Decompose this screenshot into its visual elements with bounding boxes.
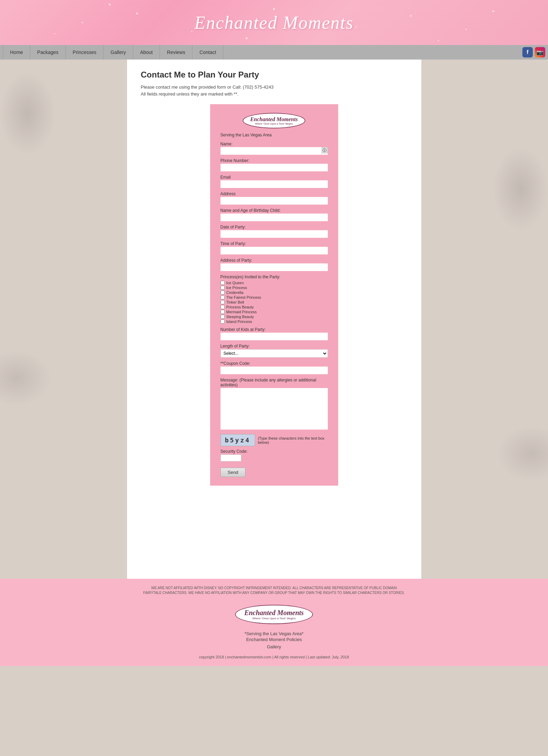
coupon-input[interactable] (221, 367, 328, 374)
length-field: Length of Party: Select...1 Hour1.5 Hour… (221, 344, 328, 358)
site-title: Enchanted Moments (194, 12, 353, 33)
nav-item-gallery[interactable]: Gallery (104, 45, 133, 60)
logo-main-text: Enchanted Moments (250, 116, 298, 122)
princess-label-cinderella: Cinderella (226, 290, 244, 295)
birthday-child-field: Name and Age of Birthday Child: (221, 208, 328, 221)
name-input[interactable] (221, 147, 328, 155)
princess-checkbox-mermaid-princess[interactable] (221, 310, 225, 314)
princess-checkbox-item-island-princess: Island Princess (221, 320, 328, 324)
date-input[interactable] (221, 230, 328, 238)
princess-label-sleeping-beauty: Sleeping Beauty (226, 315, 254, 319)
princess-label-mermaid-princess: Mermaid Princess (226, 310, 257, 314)
princess-checkbox-item-ice-princess: Ice Princess (221, 286, 328, 290)
princess-checkbox-item-fairest-princess: The Fairest Princess (221, 295, 328, 299)
intro-text: Please contact me using the provided for… (141, 84, 407, 97)
princess-label-island-princess: Island Princess (226, 320, 252, 324)
princess-label-fairest-princess: The Fairest Princess (226, 295, 261, 299)
page-title: Contact Me to Plan Your Party (141, 70, 407, 80)
intro-line2: All fields required unless they are mark… (141, 91, 239, 97)
nav-item-about[interactable]: About (133, 45, 160, 60)
phone-input[interactable] (221, 164, 328, 171)
coupon-field: **Coupon Code: (221, 361, 328, 374)
send-button[interactable]: Send (221, 468, 245, 477)
message-label: Message: (Please include any allergies o… (221, 378, 328, 387)
footer-serving: *Serving the Las Vegas Area* (3, 631, 545, 636)
party-address-input[interactable] (221, 263, 328, 271)
email-input[interactable] (221, 180, 328, 188)
serving-text: Serving the Las Vegas Area (221, 133, 328, 137)
content-area: Contact Me to Plan Your Party Please con… (127, 60, 421, 579)
name-field: Name: ⓘ (221, 142, 328, 155)
navigation: HomePackagesPrincessesGalleryAboutReview… (0, 45, 548, 60)
footer-logo: Enchanted Moments Where "Once Upon a Tim… (235, 605, 313, 624)
logo-sub-text: Where "Once Upon a Time" Begins (250, 123, 298, 125)
princess-label-ice-queen: Ice Queen (226, 281, 244, 285)
name-input-wrapper: ⓘ (221, 147, 328, 155)
facebook-icon[interactable]: f (522, 47, 533, 57)
email-label: Email (221, 175, 328, 180)
date-field: Date of Party: (221, 225, 328, 238)
phone-field: Phone Number: (221, 158, 328, 171)
princess-checkbox-sleeping-beauty[interactable] (221, 315, 225, 319)
footer-policies-link[interactable]: Enchanted Moment Policies (3, 636, 545, 644)
security-code-field: Security Code: (221, 449, 328, 461)
logo-oval: Enchanted Moments Where "Once Upon a Tim… (243, 113, 305, 128)
main-content: Contact Me to Plan Your Party Please con… (127, 60, 421, 579)
name-help-icon[interactable]: ⓘ (322, 147, 328, 153)
email-field: Email (221, 175, 328, 188)
footer-gallery-link[interactable]: Gallery (3, 644, 545, 651)
princess-checkbox-item-tinker-bell: Tinker Bell (221, 300, 328, 304)
princess-checkbox-item-mermaid-princess: Mermaid Princess (221, 310, 328, 314)
security-code-label: Security Code: (221, 449, 328, 454)
coupon-label: **Coupon Code: (221, 361, 328, 366)
princess-label-ice-princess: Ice Princess (226, 286, 247, 290)
time-input[interactable] (221, 247, 328, 254)
princess-checkbox-fairest-princess[interactable] (221, 295, 225, 299)
captcha-hint: (Type these characters into the text box… (258, 436, 328, 444)
princess-label-tinker-bell: Tinker Bell (226, 300, 244, 304)
captcha-image: b5yz4 (221, 434, 255, 446)
address-input[interactable] (221, 197, 328, 205)
princess-checkbox-ice-princess[interactable] (221, 286, 225, 290)
message-field: Message: (Please include any allergies o… (221, 378, 328, 431)
time-field: Time of Party: (221, 241, 328, 254)
footer-disclaimer: WE ARE NOT AFFILIATED WITH DISNEY. NO CO… (143, 586, 406, 595)
time-label: Time of Party: (221, 241, 328, 246)
length-select[interactable]: Select...1 Hour1.5 Hours2 Hours2.5 Hours… (221, 349, 328, 358)
birthday-child-input[interactable] (221, 214, 328, 221)
header-banner: Enchanted Moments (0, 0, 548, 45)
kids-count-label: Number of Kids at Party: (221, 327, 328, 332)
princess-checkbox-princess-beauty[interactable] (221, 305, 225, 309)
princess-checkbox-tinker-bell[interactable] (221, 300, 225, 304)
princess-checkbox-item-sleeping-beauty: Sleeping Beauty (221, 315, 328, 319)
length-label: Length of Party: (221, 344, 328, 349)
message-textarea[interactable] (221, 388, 328, 430)
nav-item-reviews[interactable]: Reviews (160, 45, 192, 60)
princess-group-label: Princess(es) Invited to the Party: (221, 274, 328, 279)
footer-copyright: copyright 2018 | enchantedmomentslv.com … (3, 655, 545, 659)
address-label: Address (221, 191, 328, 196)
kids-count-input[interactable] (221, 333, 328, 340)
security-code-input[interactable] (221, 454, 241, 461)
princess-checkbox-item-cinderella: Cinderella (221, 290, 328, 295)
nav-item-contact[interactable]: Contact (192, 45, 223, 60)
contact-form-container: Enchanted Moments Where "Once Upon a Tim… (210, 104, 338, 486)
princess-checkbox-ice-queen[interactable] (221, 281, 225, 285)
address-field: Address (221, 191, 328, 205)
party-address-label: Address of Party: (221, 258, 328, 263)
social-links: f 📷 (522, 47, 545, 57)
kids-count-field: Number of Kids at Party: (221, 327, 328, 340)
phone-label: Phone Number: (221, 158, 328, 163)
footer-links: *Serving the Las Vegas Area* Enchanted M… (3, 631, 545, 651)
princess-label-princess-beauty: Princess Beauty (226, 305, 254, 309)
nav-item-home[interactable]: Home (3, 45, 30, 60)
intro-line1: Please contact me using the provided for… (141, 84, 274, 90)
instagram-icon[interactable]: 📷 (535, 47, 545, 57)
date-label: Date of Party: (221, 225, 328, 230)
nav-item-princesses[interactable]: Princesses (66, 45, 104, 60)
footer-logo-sub: Where "Once Upon a Time" Begins (244, 617, 304, 620)
nav-items: HomePackagesPrincessesGalleryAboutReview… (3, 45, 519, 60)
princess-checkbox-island-princess[interactable] (221, 320, 225, 324)
nav-item-packages[interactable]: Packages (30, 45, 65, 60)
princess-checkbox-cinderella[interactable] (221, 290, 225, 295)
